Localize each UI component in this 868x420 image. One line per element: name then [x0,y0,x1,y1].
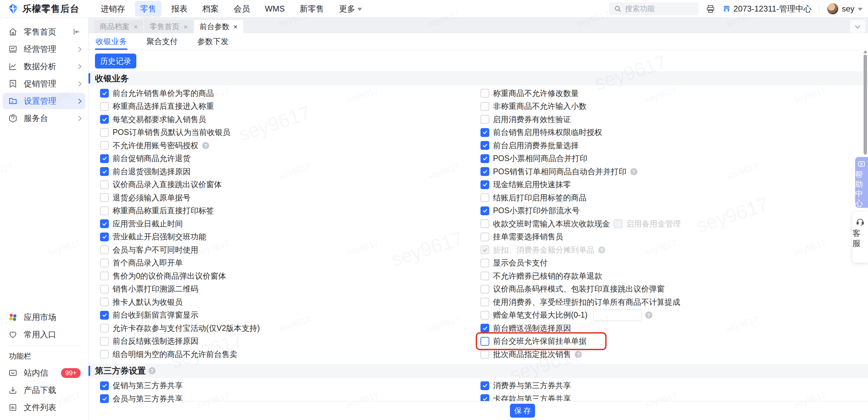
checkbox-label[interactable]: 不允许赠券已核销的存款单退款 [493,271,602,281]
checkbox[interactable] [100,259,109,267]
checkbox[interactable] [100,154,109,163]
checkbox[interactable] [100,337,109,346]
global-search[interactable] [609,2,698,15]
checkbox[interactable] [100,89,109,98]
checkbox[interactable] [100,233,109,241]
checkbox-label[interactable]: 应用营业日截止时间 [113,219,183,229]
checkbox-label[interactable]: 前台反结账强制选择原因 [113,336,198,346]
checkbox-label[interactable]: POS订单销售员默认为当前收银员 [113,127,231,138]
sidebar-item-数据分析[interactable]: 数据分析 [3,58,85,75]
nav-item-进销存[interactable]: 进销存 [96,1,130,17]
checkbox-label[interactable]: 折扣、消费券金额分摊到单品 [493,245,594,255]
checkbox[interactable] [480,381,489,390]
info-icon[interactable]: ? [575,351,582,358]
close-icon[interactable]: × [234,23,238,30]
checkbox[interactable] [100,115,109,124]
sidebar-item-促销管理[interactable]: 促销管理 [3,76,85,92]
user-menu[interactable]: sey [827,3,863,15]
checkbox-label[interactable]: 允许卡存款参与支付宝活动(仅V2版本支持) [113,323,260,334]
checkbox-label[interactable]: 结账后打印启用标签的商品 [493,193,587,203]
checkbox[interactable] [100,167,109,176]
checkbox-label[interactable]: 前台启用消费券批量选择 [493,140,579,151]
sidebar-item-服务台[interactable]: 服务台 [3,110,85,126]
scrollbar-thumb[interactable] [864,55,867,155]
sidebar-item-常用入口[interactable]: 常用入口 [3,326,85,343]
checkbox[interactable] [480,154,489,163]
checkbox[interactable] [480,337,489,346]
checkbox[interactable] [100,102,109,111]
checkbox[interactable] [480,167,489,176]
checkbox-label[interactable]: 首个商品录入即开单 [113,258,183,268]
checkbox[interactable] [480,141,489,150]
info-icon[interactable]: ? [202,142,209,149]
checkbox-label[interactable]: 消费券与第三方券共享 [493,380,571,391]
close-icon[interactable]: × [183,23,188,30]
checkbox[interactable] [480,89,489,98]
checkbox-label[interactable]: 批次商品指定批次销售 [493,349,571,360]
checkbox-label[interactable]: 赠金单笔支付最大比例(0-1) [493,310,588,320]
checkbox-label[interactable]: 议价商品条码秤模式、包装打印直接跳出议价弹窗 [493,284,665,294]
checkbox-label[interactable]: 现金结账启用快速抹零 [493,179,571,190]
checkbox[interactable] [480,193,489,202]
checkbox-label[interactable]: 不允许使用账号密码授权 [113,140,198,151]
close-icon[interactable]: × [134,23,138,30]
checkbox[interactable] [100,193,109,202]
checkbox-label[interactable]: POS销售订单相同商品自动合并并打印 [493,166,627,177]
checkbox-label[interactable]: 称重商品选择后直接进入称重 [113,101,214,112]
info-icon[interactable]: ? [598,246,605,254]
subtab-收银业务[interactable]: 收银业务 [96,33,127,50]
nav-item-新零售[interactable]: 新零售 [295,1,329,17]
sidebar-item-应用市场[interactable]: 应用市场 [3,309,85,325]
collapse-tabs-button[interactable] [850,20,866,33]
checkbox-label[interactable]: 售价为0的议价商品弹出议价窗体 [113,271,226,281]
checkbox-label[interactable]: 前台交班允许保留挂单单据 [493,336,587,346]
checkbox[interactable] [480,233,489,241]
checkbox-label[interactable]: 启用消费券有效性验证 [493,114,571,125]
sidebar-item-经营管理[interactable]: 经营管理 [3,41,85,57]
checkbox-label[interactable]: 显示会员卡支付 [493,258,548,268]
checkbox-label[interactable]: 启用备用金管理 [626,219,681,229]
tab-商品档案[interactable]: 商品档案× [94,20,143,33]
checkbox-label[interactable]: 收款交班时需输入本班次收款现金 [493,219,610,229]
checkbox[interactable] [480,311,489,320]
scroll-up-arrow[interactable] [863,50,867,53]
sidebar-item-产品下载[interactable]: 产品下载 [3,382,85,398]
info-icon[interactable]: ? [630,168,637,175]
checkbox-label[interactable]: 前台促销商品允许退货 [113,153,191,164]
checkbox-label[interactable]: 挂单需要选择销售员 [493,232,563,242]
checkbox[interactable] [100,381,109,390]
checkbox[interactable] [480,102,489,111]
checkbox[interactable] [480,180,489,189]
sidebar-item-站内信[interactable]: 站内信99+ [3,365,85,381]
checkbox[interactable] [100,285,109,294]
max-ratio-input[interactable] [593,309,642,321]
info-icon[interactable]: ? [149,367,156,374]
checkbox[interactable] [614,219,623,228]
subtab-聚合支付[interactable]: 聚合支付 [146,33,178,50]
checkbox[interactable] [100,324,109,333]
checkbox-label[interactable]: 称重商品称重后直接打印标签 [113,205,214,216]
customer-service-button[interactable]: 客服 [852,212,868,263]
checkbox-label[interactable]: 组合明细为空的商品不允许前台售卖 [113,349,237,360]
checkbox-label[interactable]: 每笔交易都要求输入销售员 [113,114,206,125]
checkbox[interactable] [480,115,489,124]
checkbox[interactable] [100,128,109,137]
sidebar-item-设置管理[interactable]: 设置管理 [3,93,85,109]
checkbox[interactable] [100,180,109,189]
checkbox[interactable] [480,206,489,215]
checkbox-label[interactable]: 销售小票打印溯源二维码 [113,284,198,294]
info-icon[interactable]: ? [645,312,652,319]
checkbox-label[interactable]: 前台允许销售单价为零的商品 [113,88,214,99]
collapse-sidebar-icon[interactable] [72,27,81,36]
checkbox-label[interactable]: 营业截止开启强制交班功能 [113,232,206,242]
tab-零售首页[interactable]: 零售首页× [144,20,193,33]
save-button[interactable]: 保存 [510,404,535,418]
nav-item-零售[interactable]: 零售 [135,1,161,17]
checkbox[interactable] [100,272,109,280]
tab-前台参数[interactable]: 前台参数× [194,20,243,33]
checkbox[interactable] [100,394,109,403]
checkbox-label[interactable]: 会员与第三方券共享 [113,394,183,404]
checkbox-label[interactable]: 称重商品不允许修改数量 [493,88,579,99]
nav-item-档案[interactable]: 档案 [197,1,224,17]
history-button[interactable]: 历史记录 [95,54,136,68]
